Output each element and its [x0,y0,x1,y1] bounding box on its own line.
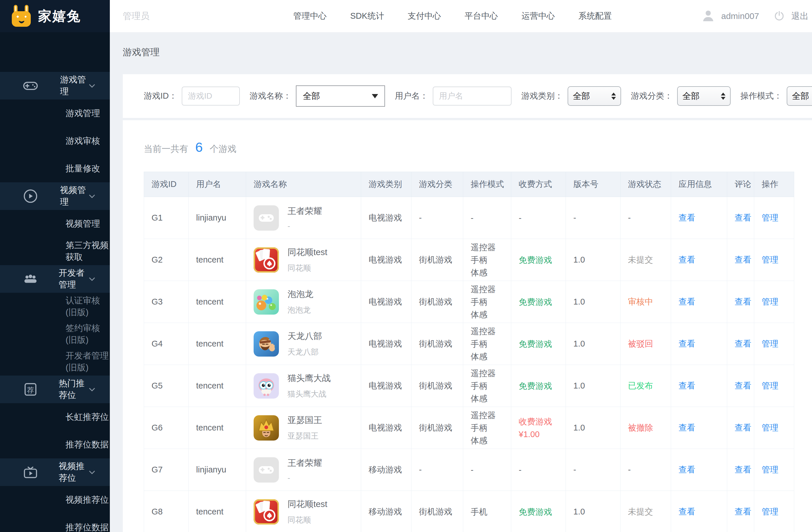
comments-view-link[interactable]: 查看 [735,297,751,306]
app-info-view-link[interactable]: 查看 [679,297,695,306]
manage-link[interactable]: 管理 [762,507,778,516]
sidebar-item-recommend-data[interactable]: 推荐位数据 [0,431,110,458]
game-title: 泡泡龙 [288,288,314,300]
avatar [701,9,715,23]
app-info-view-link[interactable]: 查看 [679,423,695,432]
table-header-row: 游戏ID 用户名 游戏名称 游戏类别 游戏分类 操作模式 收费方式 版本号 游戏… [144,172,794,197]
game-subtitle: 天龙八部 [288,347,322,357]
username-input[interactable] [433,87,511,105]
sidebar-item-changhong-recommend[interactable]: 长虹推荐位 [0,403,110,431]
nav-admin-center[interactable]: 管理中心 [293,10,327,22]
manage-link[interactable]: 管理 [762,297,778,306]
game-subtitle: - [288,474,322,483]
nav-system-config[interactable]: 系统配置 [579,10,612,22]
comments-view-link[interactable]: 查看 [735,465,751,474]
chevron-down-icon [86,273,98,285]
cell-status: 被撤除 [621,407,671,449]
col-game-id: 游戏ID [144,172,189,197]
game-name-select[interactable]: 全部 [296,85,385,107]
cell-status: 被驳回 [621,323,671,365]
sidebar-group-label: 视频推荐位 [59,460,86,484]
app-info-view-link[interactable]: 查看 [679,465,695,474]
cell-mode: 手机 [463,491,511,532]
comments-view-link[interactable]: 查看 [735,381,751,390]
cell-mode: 遥控器 手柄 体感 [463,365,511,407]
username[interactable]: admin007 [721,11,759,21]
game-subtitle: 猫头鹰大战 [288,389,331,399]
chevron-down-icon [86,190,98,202]
app-info-view-link[interactable]: 查看 [679,213,695,222]
app-info-view-link[interactable]: 查看 [679,381,695,390]
cell-game-name: 同花顺test同花顺 [246,239,361,281]
nav-platform-center[interactable]: 平台中心 [465,10,498,22]
sidebar-item-thirdparty-video[interactable]: 第三方视频获取 [0,238,110,265]
chevron-down-icon [86,466,98,478]
page-title: 游戏管理 [110,32,812,72]
manage-link[interactable]: 管理 [762,213,778,222]
comments-view-link[interactable]: 查看 [735,507,751,516]
sidebar-group-developer-management[interactable]: 开发者管理 [0,265,110,293]
sidebar-item-batch-edit[interactable]: 批量修改 [0,155,110,182]
nav-payment-center[interactable]: 支付中心 [408,10,441,22]
sidebar-group-hot-recommend[interactable]: 荐 热门推荐位 [0,376,110,403]
cell-game-name: 天龙八部天龙八部 [246,323,361,365]
comments-view-link[interactable]: 查看 [735,339,751,348]
manage-link[interactable]: 管理 [762,465,778,474]
sidebar-group-video-management[interactable]: 视频管理 [0,182,110,210]
table-row: G4 tencent 天龙八部天龙八部 电视游戏 街机游戏 遥控器 手柄 体感 … [144,323,794,365]
cell-fee: 收费游戏 ¥1.00 [511,407,566,449]
cell-game-id: G4 [144,323,189,365]
comments-view-link[interactable]: 查看 [735,423,751,432]
col-version: 版本号 [566,172,621,197]
username-label: 用户名： [395,90,428,102]
manage-link[interactable]: 管理 [762,339,778,348]
category-label: 游戏类别： [521,90,563,102]
app-info-view-link[interactable]: 查看 [679,255,695,264]
cell-game-id: G5 [144,365,189,407]
cell-fee: 免费游戏 [511,281,566,323]
cell-user: linjianyu [189,449,246,491]
mode-select[interactable]: 全部 [787,86,812,106]
genre-select[interactable]: 全部 [677,86,730,106]
sidebar-item-cert-review-legacy[interactable]: 认证审核(旧版) [0,293,110,320]
cell-user: tencent [189,407,246,449]
comments-view-link[interactable]: 查看 [735,255,751,264]
sidebar-item-video-recommend-data[interactable]: 推荐位数据 [0,514,110,532]
app-info-view-link[interactable]: 查看 [679,507,695,516]
col-game-name: 游戏名称 [246,172,361,197]
app-info-view-link[interactable]: 查看 [679,339,695,348]
cell-version: 1.0 [566,323,621,365]
cell-fee: 免费游戏 [511,239,566,281]
sidebar-item-video-recommend[interactable]: 视频推荐位 [0,486,110,514]
comments-view-link[interactable]: 查看 [735,213,751,222]
nav-sdk-stats[interactable]: SDK统计 [350,10,384,22]
sidebar: 家嬉兔 游戏管理 游戏管理 游戏审核 批量修改 [0,0,110,532]
sidebar-item-contract-review-legacy[interactable]: 签约审核(旧版) [0,320,110,348]
game-id-input[interactable] [182,87,240,105]
game-subtitle: 亚瑟国王 [288,431,322,441]
nav-operation-center[interactable]: 运营中心 [522,10,555,22]
cell-game-name: 泡泡龙泡泡龙 [246,281,361,323]
manage-link[interactable]: 管理 [762,255,778,264]
manage-link[interactable]: 管理 [762,423,778,432]
sidebar-group-game-management[interactable]: 游戏管理 [0,72,110,100]
sidebar-item-developer-management-legacy[interactable]: 开发者管理(旧版) [0,348,110,376]
game-subtitle: 泡泡龙 [288,305,314,315]
logout-link[interactable]: 退出 [791,10,809,22]
cell-game-id: G8 [144,491,189,532]
sidebar-item-game-management[interactable]: 游戏管理 [0,100,110,127]
game-subtitle: 同花顺 [288,263,327,273]
cell-status: 未提交 [621,239,671,281]
developers-icon [23,271,39,287]
manage-link[interactable]: 管理 [762,381,778,390]
sidebar-item-video-management[interactable]: 视频管理 [0,210,110,238]
sidebar-group-label: 游戏管理 [60,74,86,98]
sidebar-group-video-recommend[interactable]: 视频推荐位 [0,458,110,486]
brand-logo[interactable]: 家嬉兔 [0,0,110,32]
sidebar-item-game-review[interactable]: 游戏审核 [0,127,110,155]
game-title: 同花顺test [288,246,327,258]
game-subtitle: - [288,222,322,231]
power-icon[interactable] [773,10,785,22]
category-select[interactable]: 全部 [568,86,621,106]
cell-genre: 街机游戏 [411,407,463,449]
